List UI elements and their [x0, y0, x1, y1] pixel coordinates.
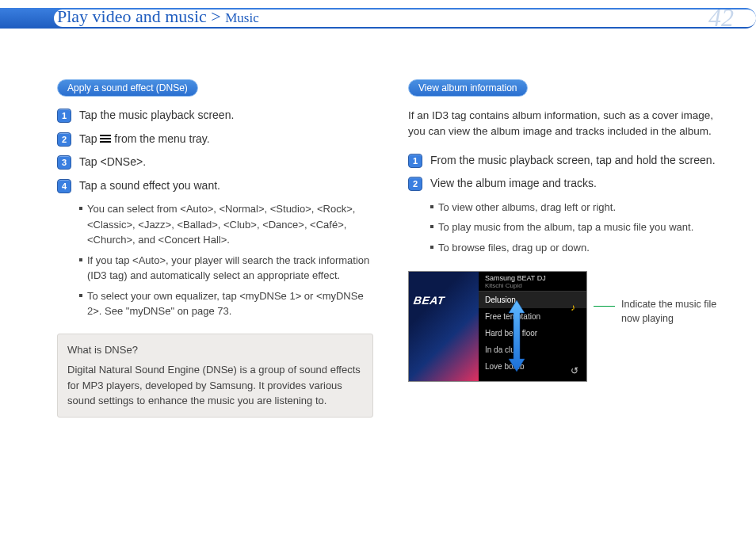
breadcrumb-main: Play video and music — [57, 6, 207, 26]
section-pill-album: View album information — [408, 79, 528, 97]
info-body: Digital Natural Sound Engine (DNSe) is a… — [67, 362, 363, 409]
left-column: Apply a sound effect (DNSe) 1 Tap the mu… — [57, 79, 373, 510]
page-number: 42 — [708, 3, 734, 32]
album-art: BEAT — [409, 272, 479, 381]
now-playing-icon: ♪ — [571, 302, 575, 313]
step-number-3: 3 — [57, 155, 71, 170]
step-3-text: Tap <DNSe>. — [79, 154, 373, 170]
bullet-text: To select your own equalizer, tap <myDNS… — [87, 288, 373, 319]
track-item: In da club — [479, 341, 586, 358]
device-screenshot: BEAT Samsung BEAT DJ Kitschi Cupid Delus… — [408, 271, 587, 382]
callout-text: Indicate the music file now playing — [621, 298, 724, 326]
step-number-1: 1 — [408, 154, 422, 168]
album-brand-text: BEAT — [413, 294, 445, 307]
step-number-4: 4 — [57, 179, 71, 193]
step-number-1: 1 — [57, 109, 71, 123]
bullet-text: To view other albums, drag left or right… — [438, 200, 616, 216]
step-number-2: 2 — [57, 132, 71, 147]
step-1-text: Tap the music playback screen. — [79, 108, 373, 124]
right-column: View album information If an ID3 tag con… — [408, 79, 724, 510]
step-1-text-r: From the music playback screen, tap and … — [430, 153, 724, 169]
bullet-text: To play music from the album, tap a musi… — [438, 219, 693, 235]
track-list: Samsung BEAT DJ Kitschi Cupid Delusion F… — [479, 272, 586, 381]
step-2-text-r: View the album image and tracks. — [430, 176, 724, 192]
track-item: Hard beat floor — [479, 325, 586, 341]
track-header: Samsung BEAT DJ Kitschi Cupid — [479, 272, 586, 292]
info-title: What is DNSe? — [67, 342, 363, 358]
bullet-text: You can select from <Auto>, <Normal>, <S… — [87, 201, 373, 248]
step-2-text: Tap from the menu tray. — [79, 132, 373, 147]
bullet-text: If you tap <Auto>, your player will sear… — [87, 253, 373, 284]
section-pill-dnse: Apply a sound effect (DNSe) — [57, 79, 198, 97]
callout-line — [594, 306, 615, 307]
info-box-dnse: What is DNSe? Digital Natural Sound Engi… — [57, 334, 373, 418]
step-4-text: Tap a sound effect you want. — [79, 178, 373, 194]
breadcrumb-sep: > — [211, 6, 220, 26]
menu-icon — [100, 135, 111, 143]
intro-text: If an ID3 tag contains album information… — [408, 108, 724, 140]
bullet-text: To browse files, drag up or down. — [438, 240, 590, 256]
step-number-2: 2 — [408, 177, 422, 191]
back-icon: ↺ — [571, 365, 578, 376]
drag-arrow-icon — [507, 300, 526, 372]
breadcrumb-sub: Music — [225, 10, 259, 25]
breadcrumb: Play video and music > Music — [57, 6, 259, 27]
